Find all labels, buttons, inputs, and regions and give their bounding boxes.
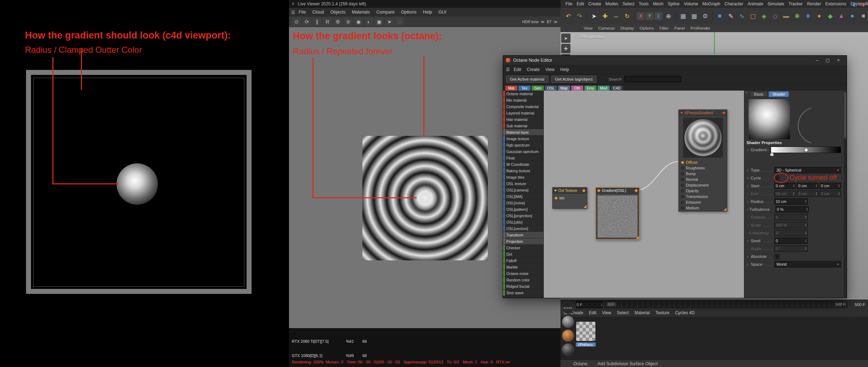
node-type-item[interactable]: Float: [503, 155, 543, 161]
toolbar-separator[interactable]: [587, 11, 587, 21]
gradient-editor-strip[interactable]: [771, 147, 841, 153]
anim-dot-icon[interactable]: [746, 262, 750, 266]
cube-object-icon[interactable]: ■: [803, 11, 813, 21]
playhead-label[interactable]: 0 F: [606, 302, 616, 306]
properties-tab[interactable]: Basic: [750, 91, 768, 97]
resize-grip-icon[interactable]: [723, 208, 727, 211]
viewport-menu-item[interactable]: Options: [637, 26, 656, 30]
node-type-item[interactable]: Octane material: [503, 91, 543, 97]
category-tab[interactable]: Gen: [532, 86, 544, 91]
node-type-item[interactable]: Transform: [503, 232, 543, 238]
node-editor-menu-item[interactable]: View: [543, 67, 557, 72]
category-tab[interactable]: Med: [598, 86, 610, 91]
x-axis-lock-icon[interactable]: X: [637, 12, 645, 20]
node-type-item[interactable]: Falloff: [503, 258, 543, 264]
c4d-menu-item[interactable]: MoGraph: [700, 1, 722, 6]
hdr-tone-toggle[interactable]: HDR tone: [522, 20, 538, 24]
interface-icon[interactable]: ◨: [859, 1, 866, 7]
convert-mode-icon[interactable]: ➤: [561, 34, 570, 43]
material-menu-item[interactable]: Texture: [653, 310, 672, 315]
node-type-item[interactable]: Projection: [503, 238, 543, 245]
node-type-item[interactable]: Sine wave: [503, 290, 543, 296]
output-port-icon[interactable]: [582, 189, 585, 192]
node-type-item[interactable]: Ridged fractal: [503, 283, 543, 290]
viewer-menu-item[interactable]: Compare: [373, 10, 397, 15]
feedback-icon[interactable]: ◌: [395, 17, 404, 26]
z-axis-lock-icon[interactable]: Z: [655, 12, 662, 20]
node-editor-menu-item[interactable]: Help: [558, 67, 572, 72]
volume-object-icon[interactable]: ▲: [836, 11, 846, 21]
hamburger-icon[interactable]: ☰: [291, 10, 295, 15]
misc-object-icon[interactable]: ■: [858, 11, 868, 21]
input-port-icon[interactable]: [597, 189, 600, 192]
render-settings-icon[interactable]: ⚙: [700, 11, 710, 21]
settings-gear-icon[interactable]: ⚙: [333, 17, 342, 26]
category-tab[interactable]: Ems: [584, 86, 596, 91]
viewer-menu-item[interactable]: GUI: [435, 10, 449, 15]
anim-dot-icon[interactable]: [746, 208, 749, 211]
c4d-menu-item[interactable]: Spline: [666, 1, 682, 6]
node-type-item[interactable]: OSL texture: [503, 180, 543, 187]
shader-dock-icon[interactable]: [562, 330, 574, 342]
node-type-item[interactable]: Dirt: [503, 251, 543, 258]
seed-field[interactable]: 0: [774, 238, 808, 244]
live-selection-icon[interactable]: ➤: [589, 11, 599, 21]
toolbar-separator[interactable]: [676, 11, 676, 21]
port-dot-icon[interactable]: [681, 195, 684, 198]
port-dot-icon[interactable]: [681, 172, 684, 175]
node-type-item[interactable]: Image tiles: [503, 174, 543, 180]
node-type-item[interactable]: Hair material: [503, 116, 543, 123]
expand-chevron-icon[interactable]: ›: [767, 148, 769, 152]
c4d-menu-item[interactable]: Tools: [636, 1, 651, 6]
node-type-item[interactable]: OSL[pattern]: [503, 206, 543, 213]
osl-texture-node[interactable]: Osl Texture tex: [552, 187, 587, 209]
category-tab[interactable]: OSL: [545, 86, 557, 91]
model-mode-icon[interactable]: ✚: [561, 44, 570, 53]
resize-grip-icon[interactable]: [583, 205, 587, 208]
category-tab[interactable]: Map: [558, 86, 570, 91]
viewer-menu-item[interactable]: Objects: [327, 10, 348, 15]
category-tab[interactable]: Tex: [518, 86, 531, 91]
node-type-item[interactable]: W Coordinate: [503, 161, 543, 168]
OctFloor[interactable]: OctFloor: [576, 322, 596, 347]
material-input-port[interactable]: Normal: [679, 177, 727, 182]
camera-snapshot-icon[interactable]: ⊙: [292, 17, 301, 26]
c4d-menu-item[interactable]: Tracker: [786, 1, 805, 6]
properties-scrollbar[interactable]: [844, 91, 847, 298]
start-y-field[interactable]: 0 cm: [797, 183, 818, 189]
undo-icon[interactable]: ↶: [563, 11, 573, 21]
material-input-port[interactable]: Emission: [679, 199, 727, 205]
spline-tool-icon[interactable]: ∿: [737, 11, 747, 21]
chevron-expand-icon[interactable]: ≫: [554, 20, 558, 24]
viewer-menu-item[interactable]: Cloud: [309, 10, 327, 15]
sky-object-icon[interactable]: ●: [847, 11, 857, 21]
region-render-icon[interactable]: R: [323, 17, 332, 26]
material-input-port[interactable]: Displacement: [679, 182, 727, 188]
material-ball-icon[interactable]: ●: [814, 11, 824, 21]
material-input-port[interactable]: Diffuse: [679, 159, 727, 165]
blend-dock-icon[interactable]: BLEND: [562, 302, 574, 314]
space-dropdown[interactable]: World: [774, 261, 841, 267]
port-dot-icon[interactable]: [681, 167, 684, 170]
category-tab[interactable]: Mat: [505, 86, 517, 91]
node-type-item[interactable]: Gaussian spectrum: [503, 148, 543, 155]
node-type-item[interactable]: OSL[camera]: [503, 187, 543, 193]
node-graph-canvas[interactable]: Osl Texture tex Gradient(OSL): [544, 91, 744, 298]
node-type-item[interactable]: Marble: [503, 264, 543, 270]
node-type-item[interactable]: Rgb spectrum: [503, 142, 543, 148]
c4d-menu-item[interactable]: Render: [805, 1, 823, 6]
output-port-icon[interactable]: [722, 111, 725, 114]
c4d-menu-item[interactable]: Modes: [603, 1, 620, 6]
properties-tab[interactable]: Shader: [769, 91, 789, 97]
hamburger-icon[interactable]: ☰: [506, 67, 510, 72]
c4d-menu-item[interactable]: Simulate: [765, 1, 786, 6]
gradient-marker-icon[interactable]: [770, 153, 774, 156]
c4d-menu-item[interactable]: Select: [620, 1, 636, 6]
render-region-icon[interactable]: ▣: [374, 17, 384, 26]
node-editor-titlebar[interactable]: Octane Node Editor –▢×: [503, 56, 847, 65]
lock-resolution-icon[interactable]: ⊘: [343, 17, 353, 26]
start-x-field[interactable]: 0 cm: [774, 183, 796, 189]
render-view-icon[interactable]: ▦: [678, 11, 688, 21]
material-menu-item[interactable]: Edit: [587, 310, 599, 315]
viewport-menu-item[interactable]: ProRender: [688, 26, 713, 30]
